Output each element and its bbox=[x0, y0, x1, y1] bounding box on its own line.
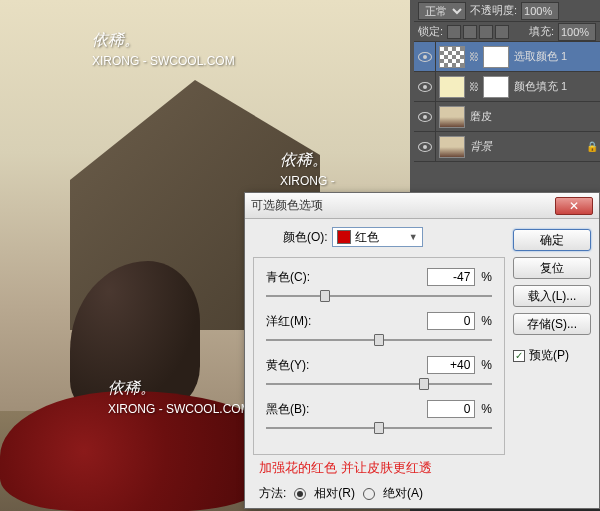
watermark-3: 依稀。 XIRONG - SWCOOL.COM bbox=[108, 378, 251, 417]
ok-button[interactable]: 确定 bbox=[513, 229, 591, 251]
slider-row: 青色(C):% bbox=[266, 268, 492, 304]
lock-pixels-icon[interactable] bbox=[463, 25, 477, 39]
annotation-text: 加强花的红色 并让皮肤更红透 bbox=[253, 455, 505, 483]
slider-track[interactable] bbox=[266, 376, 492, 392]
slider-value-input[interactable] bbox=[427, 312, 475, 330]
colors-label: 颜色(O): bbox=[283, 229, 328, 246]
layers-lock-bar: 锁定: 填充: bbox=[414, 22, 600, 42]
radio-relative-label: 相对(R) bbox=[314, 485, 355, 502]
slider-value-input[interactable] bbox=[427, 268, 475, 286]
layer-thumb-icon bbox=[439, 106, 465, 128]
method-label: 方法: bbox=[259, 485, 286, 502]
slider-label: 黄色(Y): bbox=[266, 357, 326, 374]
load-button[interactable]: 载入(L)... bbox=[513, 285, 591, 307]
sliders-group: 青色(C):%洋红(M):%黄色(Y):%黑色(B):% bbox=[253, 257, 505, 455]
percent-label: % bbox=[481, 270, 492, 284]
percent-label: % bbox=[481, 402, 492, 416]
visibility-toggle[interactable] bbox=[414, 132, 436, 161]
opacity-input[interactable] bbox=[521, 2, 559, 20]
slider-row: 黑色(B):% bbox=[266, 400, 492, 436]
selective-color-dialog: 可选颜色选项 ✕ 颜色(O): 红色 ▼ 青色(C):%洋红(M):%黄色(Y)… bbox=[244, 192, 600, 509]
slider-track[interactable] bbox=[266, 332, 492, 348]
dialog-titlebar[interactable]: 可选颜色选项 ✕ bbox=[245, 193, 599, 219]
slider-track[interactable] bbox=[266, 288, 492, 304]
dialog-title: 可选颜色选项 bbox=[251, 197, 555, 214]
opacity-label: 不透明度: bbox=[470, 3, 517, 18]
slider-label: 青色(C): bbox=[266, 269, 326, 286]
slider-thumb[interactable] bbox=[419, 378, 429, 390]
slider-label: 洋红(M): bbox=[266, 313, 326, 330]
slider-row: 黄色(Y):% bbox=[266, 356, 492, 392]
watermark-1: 依稀。 XIRONG - SWCOOL.COM bbox=[92, 30, 235, 69]
radio-absolute[interactable] bbox=[363, 488, 375, 500]
slider-thumb[interactable] bbox=[374, 334, 384, 346]
lock-transparency-icon[interactable] bbox=[447, 25, 461, 39]
mask-thumb-icon bbox=[483, 76, 509, 98]
visibility-toggle[interactable] bbox=[414, 102, 436, 131]
preview-label: 预览(P) bbox=[529, 347, 569, 364]
method-row: 方法: 相对(R) 绝对(A) bbox=[253, 483, 505, 504]
close-button[interactable]: ✕ bbox=[555, 197, 593, 215]
lock-icon: 🔒 bbox=[584, 141, 600, 152]
percent-label: % bbox=[481, 358, 492, 372]
eye-icon bbox=[418, 82, 432, 92]
color-swatch-icon bbox=[337, 230, 351, 244]
preview-checkbox[interactable]: ✓ bbox=[513, 350, 525, 362]
fill-input[interactable] bbox=[558, 23, 596, 41]
eye-icon bbox=[418, 52, 432, 62]
layer-row-skin[interactable]: 磨皮 bbox=[414, 102, 600, 132]
slider-track[interactable] bbox=[266, 420, 492, 436]
save-button[interactable]: 存储(S)... bbox=[513, 313, 591, 335]
fill-thumb-icon bbox=[439, 76, 465, 98]
layer-name: 颜色填充 1 bbox=[512, 79, 600, 94]
radio-absolute-label: 绝对(A) bbox=[383, 485, 423, 502]
layer-thumb-icon bbox=[439, 136, 465, 158]
colors-select[interactable]: 红色 ▼ bbox=[332, 227, 423, 247]
percent-label: % bbox=[481, 314, 492, 328]
cancel-button[interactable]: 复位 bbox=[513, 257, 591, 279]
slider-value-input[interactable] bbox=[427, 356, 475, 374]
layer-name: 选取颜色 1 bbox=[512, 49, 600, 64]
eye-icon bbox=[418, 112, 432, 122]
lock-all-icon[interactable] bbox=[495, 25, 509, 39]
blend-mode-select[interactable]: 正常 bbox=[418, 2, 466, 20]
lock-position-icon[interactable] bbox=[479, 25, 493, 39]
selected-color-text: 红色 bbox=[355, 229, 405, 246]
layers-header: 正常 不透明度: bbox=[414, 0, 600, 22]
slider-row: 洋红(M):% bbox=[266, 312, 492, 348]
slider-thumb[interactable] bbox=[320, 290, 330, 302]
adjustment-thumb-icon bbox=[439, 46, 465, 68]
close-icon: ✕ bbox=[569, 199, 579, 213]
layer-row-color-fill[interactable]: ⛓ 颜色填充 1 bbox=[414, 72, 600, 102]
visibility-toggle[interactable] bbox=[414, 72, 436, 101]
slider-value-input[interactable] bbox=[427, 400, 475, 418]
link-icon: ⛓ bbox=[468, 51, 480, 62]
link-icon: ⛓ bbox=[468, 81, 480, 92]
layer-name: 背景 bbox=[468, 139, 584, 154]
layers-panel: 正常 不透明度: 锁定: 填充: ⛓ 选取颜色 1 ⛓ 颜色填充 1 磨皮 bbox=[414, 0, 600, 200]
layer-name: 磨皮 bbox=[468, 109, 600, 124]
radio-relative[interactable] bbox=[294, 488, 306, 500]
slider-thumb[interactable] bbox=[374, 422, 384, 434]
mask-thumb-icon bbox=[483, 46, 509, 68]
lock-label: 锁定: bbox=[418, 24, 443, 39]
visibility-toggle[interactable] bbox=[414, 42, 436, 71]
chevron-down-icon: ▼ bbox=[409, 232, 418, 242]
layer-row-background[interactable]: 背景 🔒 bbox=[414, 132, 600, 162]
eye-icon bbox=[418, 142, 432, 152]
layer-row-selective-color[interactable]: ⛓ 选取颜色 1 bbox=[414, 42, 600, 72]
fill-label: 填充: bbox=[529, 24, 554, 39]
slider-label: 黑色(B): bbox=[266, 401, 326, 418]
